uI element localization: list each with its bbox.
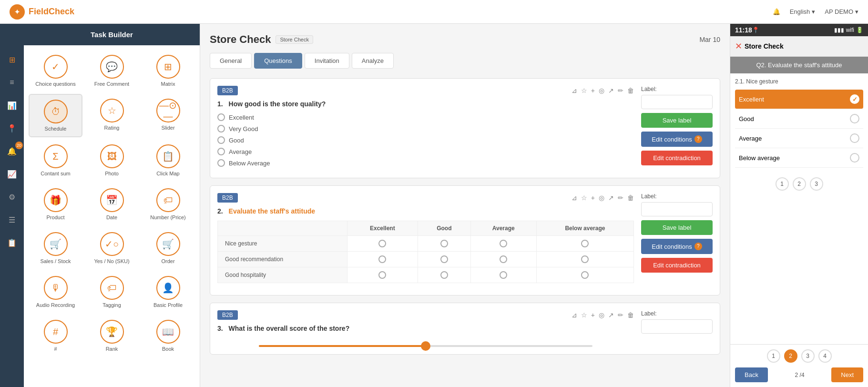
matrix-row-good-hospitality: Good hospitality bbox=[218, 267, 634, 283]
q1-eye-icon[interactable]: ◎ bbox=[599, 87, 604, 94]
q3-edit-icon[interactable]: ✏ bbox=[618, 311, 623, 319]
q3-link-icon[interactable]: ↗ bbox=[608, 311, 614, 319]
q1-label-input[interactable] bbox=[641, 95, 713, 109]
q3-eye-icon[interactable]: ◎ bbox=[599, 311, 604, 319]
nav-tasks-icon[interactable]: ≡ bbox=[5, 75, 19, 90]
book-icon: 📖 bbox=[156, 320, 180, 344]
tab-invitation[interactable]: Invitation bbox=[305, 53, 349, 69]
task-item-choice[interactable]: ✓ Choice questions bbox=[29, 50, 82, 92]
q3-label-input[interactable] bbox=[641, 319, 713, 334]
q1-delete-icon[interactable]: 🗑 bbox=[627, 87, 634, 94]
task-item-number-price[interactable]: 🏷 Number (Price) bbox=[141, 183, 195, 225]
task-item-date[interactable]: 📅 Date bbox=[85, 183, 139, 225]
task-item-basic-profile[interactable]: 👤 Basic Profile bbox=[141, 271, 195, 313]
mobile-footer-dot-1[interactable]: 1 bbox=[767, 349, 780, 363]
q1-link-icon[interactable]: ↗ bbox=[608, 87, 614, 94]
task-item-audio[interactable]: 🎙 Audio Recording bbox=[29, 271, 82, 313]
mobile-back-button[interactable]: Back bbox=[735, 367, 768, 382]
task-item-photo[interactable]: 🖼 Photo bbox=[85, 140, 139, 181]
matrix-cell-rec-below bbox=[536, 252, 633, 267]
mobile-option-below-average[interactable]: Below average bbox=[735, 148, 863, 168]
q3-label-text: Label: bbox=[641, 310, 657, 317]
mobile-option-good[interactable]: Good bbox=[735, 109, 863, 129]
task-item-sales-stock[interactable]: 🛒 Sales / Stock bbox=[29, 227, 82, 269]
task-item-product[interactable]: 🎁 Product bbox=[29, 183, 82, 225]
matrix-label: Matrix bbox=[161, 81, 175, 87]
nav-chart-icon[interactable]: 📊 bbox=[5, 98, 19, 112]
q2-save-label-button[interactable]: Save label bbox=[641, 220, 713, 235]
task-item-rating[interactable]: ☆ Rating bbox=[85, 94, 139, 137]
nav-list-icon[interactable]: ☰ bbox=[5, 213, 19, 227]
q1-option-below-average: Below Average bbox=[217, 159, 634, 167]
q3-add-icon[interactable]: + bbox=[591, 311, 595, 319]
notification-button[interactable]: 🔔 bbox=[773, 8, 780, 15]
q3-star-icon[interactable]: ☆ bbox=[581, 311, 587, 319]
mobile-option-excellent[interactable]: Excellent ✓ bbox=[735, 90, 863, 109]
nav-clipboard-icon[interactable]: 📋 bbox=[5, 235, 19, 250]
question-2-toolbar: B2B ⊿ ☆ + ◎ ↗ ✏ 🗑 bbox=[217, 193, 634, 203]
mobile-footer-dot-4[interactable]: 4 bbox=[818, 349, 832, 363]
tab-questions[interactable]: Questions bbox=[254, 53, 302, 69]
q1-edit-icon[interactable]: ✏ bbox=[618, 87, 623, 94]
task-item-slider[interactable]: —⊙— Slider bbox=[141, 94, 195, 137]
task-item-rank[interactable]: 🏆 Rank bbox=[85, 315, 139, 356]
question-2-right-panel: Label: Save label Edit conditions ? Edit… bbox=[641, 193, 713, 288]
task-item-free-comment[interactable]: 💬 Free Comment bbox=[85, 50, 139, 92]
mobile-next-button[interactable]: Next bbox=[831, 367, 863, 382]
nav-map-icon[interactable]: 📍 bbox=[5, 121, 19, 135]
q1-star-icon[interactable]: ☆ bbox=[581, 87, 587, 94]
nav-home-icon[interactable]: ⊞ bbox=[5, 52, 19, 67]
mobile-inner-dot-1[interactable]: 1 bbox=[776, 177, 789, 191]
q1-save-label-button[interactable]: Save label bbox=[641, 113, 713, 128]
nav-trending-icon[interactable]: 📈 bbox=[5, 167, 19, 181]
task-item-schedule[interactable]: ⏱ Schedule bbox=[29, 94, 82, 137]
tab-analyze[interactable]: Analyze bbox=[352, 53, 394, 69]
q2-star-icon[interactable]: ☆ bbox=[581, 194, 587, 202]
nav-bell-icon[interactable]: 🔔 20 bbox=[5, 144, 19, 158]
q1-add-icon[interactable]: + bbox=[591, 87, 595, 94]
q2-label-input[interactable] bbox=[641, 202, 713, 216]
task-item-tagging[interactable]: 🏷 Tagging bbox=[85, 271, 139, 313]
mobile-footer-dot-2[interactable]: 2 bbox=[784, 349, 797, 363]
language-selector[interactable]: English ▾ bbox=[790, 8, 816, 15]
mobile-question-header: Q2. Evaluate the staff's attitude bbox=[730, 57, 868, 73]
q2-edit-contradiction-button[interactable]: Edit contradiction bbox=[641, 258, 713, 273]
mobile-panel: 11:18 📍 ▮▮▮ wifi 🔋 ✕ Store Check Q2. Eva… bbox=[730, 24, 868, 387]
matrix-row-nice-gesture: Nice gesture bbox=[218, 236, 634, 252]
task-item-yes-no[interactable]: ✓○ Yes / No (SKU) bbox=[85, 227, 139, 269]
q2-label-section: Label: bbox=[641, 193, 713, 216]
q3-slider-fill bbox=[259, 345, 426, 347]
q2-move-icon[interactable]: ⊿ bbox=[572, 194, 577, 202]
mobile-inner-dot-2[interactable]: 2 bbox=[793, 177, 806, 191]
q3-move-icon[interactable]: ⊿ bbox=[572, 311, 577, 319]
task-item-contant-sum[interactable]: Σ Contant sum bbox=[29, 140, 82, 181]
q2-eye-icon[interactable]: ◎ bbox=[599, 194, 604, 202]
page-date: Mar 10 bbox=[699, 36, 720, 43]
q3-slider-thumb[interactable] bbox=[421, 341, 430, 351]
logo-icon: ✦ bbox=[10, 4, 25, 20]
mobile-footer-dot-3[interactable]: 3 bbox=[801, 349, 815, 363]
q3-delete-icon[interactable]: 🗑 bbox=[627, 311, 634, 319]
header-right: 🔔 English ▾ AP DEMO ▾ bbox=[773, 8, 858, 15]
q2-link-icon[interactable]: ↗ bbox=[608, 194, 614, 202]
q1-edit-conditions-button[interactable]: Edit conditions ? bbox=[641, 132, 713, 147]
q1-edit-contradiction-button[interactable]: Edit contradiction bbox=[641, 151, 713, 165]
q2-add-icon[interactable]: + bbox=[591, 194, 595, 202]
sales-stock-icon: 🛒 bbox=[44, 232, 68, 256]
task-item-click-map[interactable]: 📋 Click Map bbox=[141, 140, 195, 181]
q2-delete-icon[interactable]: 🗑 bbox=[627, 194, 634, 202]
mobile-close-icon[interactable]: ✕ bbox=[735, 41, 742, 51]
tab-general[interactable]: General bbox=[210, 53, 252, 69]
q1-move-icon[interactable]: ⊿ bbox=[572, 87, 577, 94]
task-item-book[interactable]: 📖 Book bbox=[141, 315, 195, 356]
nav-settings-icon[interactable]: ⚙ bbox=[5, 190, 19, 204]
task-item-hash[interactable]: # # bbox=[29, 315, 82, 356]
task-item-order[interactable]: 🛒 Order bbox=[141, 227, 195, 269]
mobile-option-average[interactable]: Average bbox=[735, 129, 863, 148]
account-selector[interactable]: AP DEMO ▾ bbox=[825, 8, 858, 15]
task-item-matrix[interactable]: ⊞ Matrix bbox=[141, 50, 195, 92]
main-wrapper: ⊞ ≡ 📊 📍 🔔 20 📈 ⚙ ☰ 📋 Task Builder ✓ Choi… bbox=[0, 24, 868, 387]
q2-edit-icon[interactable]: ✏ bbox=[618, 194, 623, 202]
q2-edit-conditions-button[interactable]: Edit conditions ? bbox=[641, 239, 713, 254]
mobile-inner-dot-3[interactable]: 3 bbox=[810, 177, 823, 191]
